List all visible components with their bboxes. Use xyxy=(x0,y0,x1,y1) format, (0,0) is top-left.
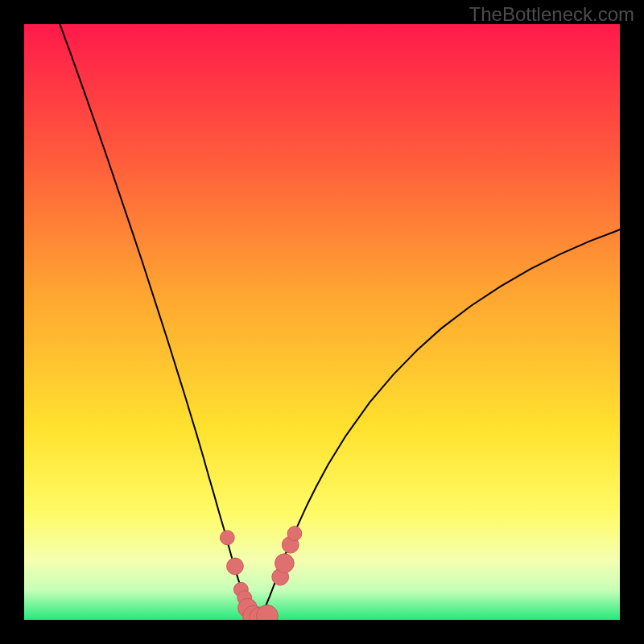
resolution-marker xyxy=(275,554,295,573)
resolution-marker xyxy=(227,558,244,575)
resolution-marker xyxy=(287,526,302,541)
chart-frame: TheBottleneck.com xyxy=(0,0,644,644)
resolution-marker xyxy=(220,530,234,545)
plot-background xyxy=(24,24,620,620)
watermark-text: TheBottleneck.com xyxy=(469,3,634,26)
bottleneck-chart xyxy=(24,24,620,620)
